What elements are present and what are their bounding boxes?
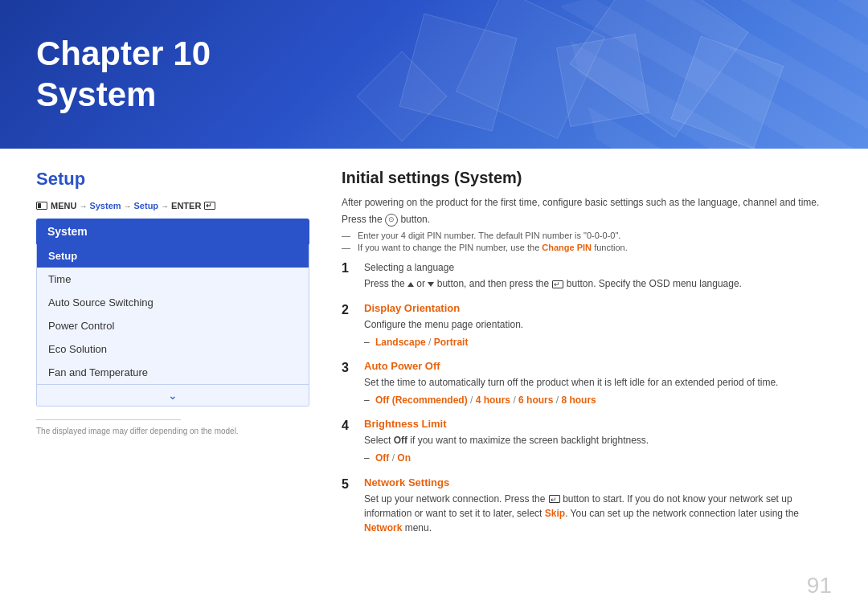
- enter-label: ENTER: [171, 201, 201, 210]
- change-pin-link[interactable]: Change PIN: [542, 243, 592, 252]
- step-3: 3 Auto Power Off Set the time to automat…: [342, 360, 832, 408]
- step-4-desc: Select Off if you want to maximize the s…: [364, 433, 649, 447]
- arrow-3: →: [161, 202, 169, 210]
- opt-6h: 6 hours: [518, 394, 553, 406]
- menu-chevron-down[interactable]: ⌄: [36, 385, 309, 407]
- main-content: Setup MENU → System → Setup → ENTER Syst…: [0, 149, 868, 613]
- chapter-subtitle: System: [36, 75, 211, 115]
- step-2-content: Display Orientation Configure the menu p…: [364, 302, 523, 350]
- opt-8h: 8 hours: [561, 394, 596, 406]
- enter-btn-icon-2: [549, 495, 560, 503]
- left-footnote: The displayed image may differ depending…: [36, 427, 309, 435]
- arrow-2: →: [124, 202, 132, 210]
- step-5-heading: Network Settings: [364, 476, 832, 488]
- opt-on: On: [397, 452, 411, 464]
- press-text: Press the: [342, 214, 383, 225]
- network-link: Network: [364, 522, 402, 533]
- opt-off: Off: [375, 452, 389, 464]
- menu-item-eco[interactable]: Eco Solution: [37, 337, 309, 361]
- step-1-number: 1: [342, 260, 353, 292]
- step-2-number: 2: [342, 302, 353, 350]
- right-section-title: Initial settings (System): [342, 169, 832, 187]
- step-5-desc: Set up your network connection. Press th…: [364, 492, 832, 535]
- arrow-up-icon: [407, 282, 414, 287]
- step-4-number: 4: [342, 418, 353, 466]
- menu-label: MENU: [51, 201, 76, 210]
- opt-4h: 4 hours: [476, 394, 510, 406]
- skip-link: Skip: [545, 508, 565, 519]
- intro-text: After powering on the product for the fi…: [342, 195, 832, 210]
- step-3-options: Off (Recommended) / 4 hours / 6 hours / …: [364, 393, 778, 408]
- enter-icon: [204, 202, 215, 210]
- step-5-number: 5: [342, 476, 353, 538]
- sep-1: /: [428, 337, 434, 348]
- step-2-desc: Configure the menu page orientation.: [364, 317, 523, 332]
- header-decoration: [305, 0, 788, 149]
- step-5: 5 Network Settings Set up your network c…: [342, 476, 832, 538]
- step-4-heading: Brightness Limit: [364, 418, 649, 430]
- step-3-number: 3: [342, 360, 353, 408]
- chapter-title: Chapter 10: [36, 34, 211, 74]
- step-2-options: Landscape / Portrait: [364, 335, 523, 350]
- step-2: 2 Display Orientation Configure the menu…: [342, 302, 832, 350]
- step-1-desc: Selecting a language: [364, 260, 742, 275]
- arrow-down-icon: [428, 282, 434, 287]
- step-1-sub: Press the or button, and then press the …: [364, 278, 742, 289]
- menu-item-fan[interactable]: Fan and Temperature: [37, 361, 309, 384]
- setup-label: Setup: [134, 201, 159, 210]
- menu-item-auto-source[interactable]: Auto Source Switching: [37, 291, 309, 314]
- arrow-1: →: [79, 202, 87, 210]
- step-1-content: Selecting a language Press the or button…: [364, 260, 742, 292]
- menu-icon: [36, 202, 47, 210]
- press-button-line: Press the ⊙ button.: [342, 214, 832, 227]
- menu-item-time[interactable]: Time: [37, 268, 309, 291]
- step-4-options: Off / On: [364, 451, 649, 466]
- system-menu-items: Setup Time Auto Source Switching Power C…: [36, 244, 309, 385]
- portrait-option: Portrait: [434, 337, 469, 348]
- pin-note-1: Enter your 4 digit PIN number. The defau…: [342, 231, 832, 240]
- press-suffix: button.: [400, 214, 430, 225]
- step-2-heading: Display Orientation: [364, 302, 523, 314]
- system-menu-header: System: [36, 219, 309, 244]
- step-4-content: Brightness Limit Select Off if you want …: [364, 418, 649, 466]
- step-3-desc: Set the time to automatically turn off t…: [364, 375, 778, 390]
- system-menu-box: System Setup Time Auto Source Switching …: [36, 219, 309, 407]
- menu-breadcrumb: MENU → System → Setup → ENTER: [36, 201, 309, 210]
- page-number: 91: [807, 573, 832, 599]
- left-divider: [36, 419, 181, 420]
- step-3-content: Auto Power Off Set the time to automatic…: [364, 360, 778, 408]
- header-banner: Chapter 10 System: [0, 0, 868, 149]
- system-label: System: [89, 201, 121, 210]
- pin-note-2-text: If you want to change the PIN number, us…: [358, 243, 539, 252]
- left-section-title: Setup: [36, 169, 309, 190]
- pin-note-2: If you want to change the PIN number, us…: [342, 243, 832, 252]
- pin-note-2-suffix: function.: [594, 243, 628, 252]
- enter-btn-icon: [552, 280, 563, 288]
- step-1: 1 Selecting a language Press the or butt…: [342, 260, 832, 292]
- right-column: Initial settings (System) After powering…: [342, 169, 832, 597]
- circle-button-icon: ⊙: [385, 214, 398, 227]
- step-4: 4 Brightness Limit Select Off if you wan…: [342, 418, 832, 466]
- step-3-heading: Auto Power Off: [364, 360, 778, 372]
- left-column: Setup MENU → System → Setup → ENTER Syst…: [36, 169, 309, 597]
- header-title-block: Chapter 10 System: [36, 34, 211, 115]
- menu-item-setup[interactable]: Setup: [37, 244, 309, 268]
- step-5-content: Network Settings Set up your network con…: [364, 476, 832, 538]
- opt-off-rec: Off (Recommended): [375, 394, 468, 406]
- landscape-option: Landscape: [375, 337, 426, 348]
- menu-item-power-control[interactable]: Power Control: [37, 314, 309, 337]
